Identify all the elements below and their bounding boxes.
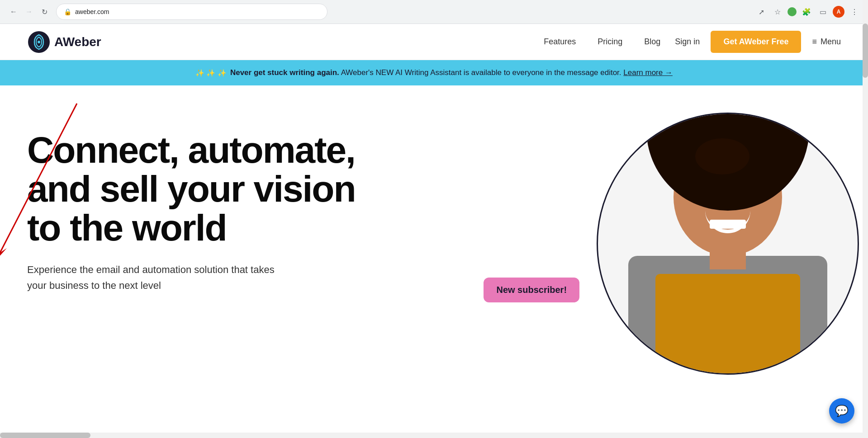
nav-features[interactable]: Features [544,37,576,47]
sparkle-icons: ✨ ✨ ✨ [195,69,227,77]
person-hair-highlight [695,138,749,174]
share-icon: ➚ [759,8,764,16]
website-content: AWeber Features Pricing Blog Sign in Get… [0,24,868,402]
svg-point-1 [38,41,40,43]
share-button[interactable]: ➚ [755,5,768,18]
get-free-button[interactable]: Get AWeber Free [711,31,801,53]
star-icon: ☆ [774,8,781,16]
logo-svg [27,30,51,54]
nav-blog[interactable]: Blog [644,37,660,47]
more-icon: ⋮ [851,8,858,16]
nav-buttons: ← → ↻ [7,5,51,18]
tab-strip-button[interactable]: ▭ [816,5,829,18]
logo-link[interactable]: AWeber [27,30,101,54]
browser-actions: ➚ ☆ 🧩 ▭ A ⋮ [755,5,861,18]
extension-icon [787,7,797,16]
forward-icon: → [25,8,33,16]
refresh-button[interactable]: ↻ [38,5,51,18]
new-subscriber-badge: New subscriber! [484,278,579,302]
sign-in-button[interactable]: Sign in [675,37,700,47]
menu-label: Menu [821,37,841,47]
forward-button[interactable]: → [23,5,35,18]
extensions-button[interactable]: 🧩 [800,5,813,18]
hero-image-area: New subscriber! [474,113,841,402]
browser-chrome: ← → ↻ 🔒 aweber.com ➚ ☆ 🧩 [0,0,868,24]
banner-content: Never get stuck writing again. AWeber's … [230,68,673,77]
back-button[interactable]: ← [7,5,20,18]
lock-icon: 🔒 [64,8,71,15]
hero-section: Connect, automate, and sell your vision … [0,85,868,402]
tab-icon: ▭ [820,8,826,16]
person-container [610,113,845,373]
scrollbar-thumb[interactable] [863,24,868,78]
more-button[interactable]: ⋮ [848,5,861,18]
profile-avatar[interactable]: A [833,6,844,18]
avatar-initial: A [837,9,841,15]
nav-pricing[interactable]: Pricing [598,37,622,47]
refresh-icon: ↻ [42,8,47,16]
browser-toolbar: ← → ↻ 🔒 aweber.com ➚ ☆ 🧩 [0,0,868,24]
back-icon: ← [10,8,17,16]
hero-circle [597,113,859,375]
menu-button[interactable]: ≡ Menu [812,37,841,47]
url-text: aweber.com [75,8,320,15]
nav-actions: Sign in Get AWeber Free ≡ Menu [675,31,841,53]
banner-regular-text: AWeber's NEW AI Writing Assistant is ava… [341,68,624,77]
main-nav: AWeber Features Pricing Blog Sign in Get… [0,24,868,60]
person-apron [655,274,800,373]
hero-content: Connect, automate, and sell your vision … [27,113,474,312]
nav-links: Features Pricing Blog [544,37,660,47]
address-bar[interactable]: 🔒 aweber.com [56,4,327,20]
hero-title: Connect, automate, and sell your vision … [27,131,474,247]
person-teeth [710,220,746,229]
banner-learn-more-link[interactable]: Learn more → [623,68,673,77]
puzzle-icon: 🧩 [802,8,811,16]
announcement-banner: ✨ ✨ ✨ Never get stuck writing again. AWe… [0,60,868,85]
svg-line-2 [0,104,77,253]
red-arrow-annotation [0,99,81,273]
banner-bold-text: Never get stuck writing again. [230,68,339,77]
scrollbar[interactable] [863,0,868,402]
hamburger-icon: ≡ [812,37,817,47]
plant-decoration [821,123,849,168]
logo-text: AWeber [54,35,101,49]
bookmark-button[interactable]: ☆ [771,5,784,18]
